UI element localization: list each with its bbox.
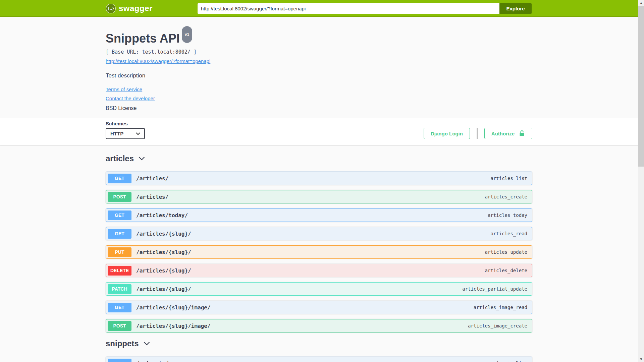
auth-divider xyxy=(477,128,478,139)
operation-id: articles_delete xyxy=(485,268,527,273)
swagger-logo-icon: {…} xyxy=(106,4,116,13)
operation-id: articles_create xyxy=(485,194,527,199)
schemes-label: Schemes xyxy=(106,121,145,126)
scheme-select[interactable]: HTTP xyxy=(106,128,145,139)
operation-path: /snippets/ xyxy=(136,360,490,362)
chevron-down-icon xyxy=(136,132,140,135)
operation-row[interactable]: PATCH /articles/{slug}/ articles_partial… xyxy=(106,282,532,296)
operation-id: articles_image_read xyxy=(474,305,527,310)
operation-row[interactable]: GET /articles/today/ articles_today xyxy=(106,208,532,222)
operation-id: snippets_list xyxy=(490,361,527,362)
method-badge: GET xyxy=(108,174,131,183)
spec-link[interactable]: http://test.local:8002/swagger/?format=o… xyxy=(106,58,210,64)
tag-title: articles xyxy=(106,153,134,164)
method-badge: DELETE xyxy=(108,266,131,276)
schemes-block: Schemes HTTP xyxy=(106,121,145,139)
operation-path: /articles/{slug}/ xyxy=(136,231,490,237)
page-title: Snippets APIv1 xyxy=(106,31,532,48)
download-url-form: Explore xyxy=(198,3,532,14)
operation-row[interactable]: DELETE /articles/{slug}/ articles_delete xyxy=(106,264,532,277)
operation-row[interactable]: POST /articles/{slug}/image/ articles_im… xyxy=(106,319,532,333)
tag-operations: GET /snippets/ snippets_list xyxy=(106,357,532,362)
operation-id: articles_today xyxy=(488,213,527,218)
api-title-text: Snippets API xyxy=(106,32,180,45)
operation-path: /articles/{slug}/image/ xyxy=(136,304,474,311)
method-badge: GET xyxy=(108,359,131,362)
spec-url-input[interactable] xyxy=(198,3,499,14)
unlock-icon xyxy=(519,130,525,137)
scheme-selected-value: HTTP xyxy=(110,131,123,136)
tag-heading[interactable]: articles xyxy=(106,153,532,167)
method-badge: PATCH xyxy=(108,284,131,294)
scheme-container: Schemes HTTP Django Login Authorize xyxy=(0,118,644,145)
expand-chevron-icon xyxy=(139,157,145,161)
topbar: {…} swagger Explore xyxy=(0,0,644,17)
operation-id: articles_partial_update xyxy=(462,286,527,292)
terms-of-service-link[interactable]: Terms of service xyxy=(106,86,532,93)
operation-row[interactable]: PUT /articles/{slug}/ articles_update xyxy=(106,245,532,259)
vertical-scrollbar[interactable]: ▲ ▼ xyxy=(638,0,644,362)
tag-section: snippets GET /snippets/ snippets_list xyxy=(106,338,532,362)
operation-row[interactable]: POST /articles/ articles_create xyxy=(106,190,532,203)
base-url: [ Base URL: test.local:8002/ ] xyxy=(106,49,532,55)
tag-operations: GET /articles/ articles_list POST /artic… xyxy=(106,172,532,333)
tag-title: snippets xyxy=(106,338,139,349)
django-login-label: Django Login xyxy=(431,131,463,136)
operation-id: articles_read xyxy=(490,231,527,236)
expand-chevron-icon xyxy=(144,342,150,346)
operation-path: /articles/{slug}/ xyxy=(136,267,485,274)
operation-row[interactable]: GET /articles/{slug}/image/ articles_ima… xyxy=(106,301,532,314)
operation-id: articles_image_create xyxy=(468,323,527,328)
api-description: Test description xyxy=(106,72,532,80)
info-section: Snippets APIv1 [ Base URL: test.local:80… xyxy=(0,17,644,118)
operation-row[interactable]: GET /articles/ articles_list xyxy=(106,172,532,185)
operation-path: /articles/{slug}/image/ xyxy=(136,323,468,329)
explore-button[interactable]: Explore xyxy=(499,3,532,14)
auth-wrapper: Django Login Authorize xyxy=(424,128,532,139)
operations: articles GET /articles/ articles_list PO… xyxy=(106,145,532,362)
operation-path: /articles/{slug}/ xyxy=(136,249,485,255)
method-badge: GET xyxy=(108,210,131,220)
django-login-button[interactable]: Django Login xyxy=(424,128,470,139)
scrollbar-thumb[interactable] xyxy=(638,6,644,167)
method-badge: POST xyxy=(108,321,131,331)
operation-id: articles_update xyxy=(485,249,527,255)
swagger-brand[interactable]: {…} swagger xyxy=(106,0,153,17)
license-text: BSD License xyxy=(106,105,532,111)
method-badge: PUT xyxy=(108,247,131,257)
brand-title: swagger xyxy=(119,4,153,13)
operation-id: articles_list xyxy=(490,176,527,181)
operation-path: /articles/today/ xyxy=(136,212,488,219)
tag-section: articles GET /articles/ articles_list PO… xyxy=(106,153,532,333)
operation-row[interactable]: GET /snippets/ snippets_list xyxy=(106,357,532,362)
scroll-down-icon[interactable]: ▼ xyxy=(638,356,644,362)
authorize-button[interactable]: Authorize xyxy=(484,128,532,139)
scroll-up-icon[interactable]: ▲ xyxy=(638,0,644,6)
method-badge: POST xyxy=(108,192,131,202)
operation-path: /articles/ xyxy=(136,194,485,200)
operation-path: /articles/ xyxy=(136,175,490,182)
operation-path: /articles/{slug}/ xyxy=(136,286,462,292)
method-badge: GET xyxy=(108,229,131,239)
method-badge: GET xyxy=(108,303,131,312)
operation-row[interactable]: GET /articles/{slug}/ articles_read xyxy=(106,227,532,240)
tag-heading[interactable]: snippets xyxy=(106,338,532,352)
contact-developer-link[interactable]: Contact the developer xyxy=(106,96,532,102)
version-badge: v1 xyxy=(182,26,192,43)
authorize-label: Authorize xyxy=(491,131,515,136)
